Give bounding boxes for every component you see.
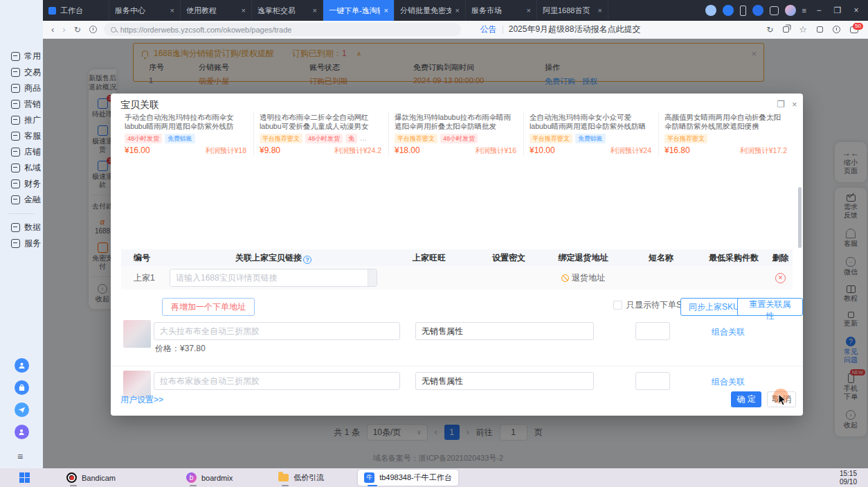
tab-service-market[interactable]: 服务市场× [466, 0, 537, 21]
refresh-icon[interactable]: ↻ [766, 25, 773, 35]
modal-close-icon[interactable]: × [792, 99, 797, 109]
tab-close-icon[interactable]: × [527, 6, 531, 15]
sidebar-item-common[interactable]: 常用 [0, 48, 43, 64]
announcement-label: 公告 [480, 24, 497, 35]
forward-icon[interactable]: › [62, 24, 65, 35]
sidebar-item-service[interactable]: 客服 [0, 128, 43, 144]
product-card[interactable]: 透明拉布布雨伞二折伞全自动网红labubu可爱折叠儿童成人动漫男女 平台推荐密文… [254, 112, 389, 156]
sidebar-item-data[interactable]: 数据 [0, 220, 43, 236]
sidebar-item-marketing[interactable]: 营销 [0, 96, 43, 112]
tab-close-icon[interactable]: × [455, 6, 460, 15]
taskbar-item-qianniu-active[interactable]: 牛 tb498348-千牛工作台 [358, 470, 458, 486]
window-close-button[interactable]: × [850, 6, 862, 15]
user-avatar[interactable] [785, 5, 796, 16]
modal-maximize-icon[interactable]: ❐ [777, 99, 785, 109]
tab-batch-pay[interactable]: 分销批量免密支付× [395, 0, 466, 21]
sku-name-input[interactable] [154, 322, 400, 340]
tab-1688-home[interactable]: 阿里1688首页× [537, 0, 608, 21]
sidebar-item-label: 金融 [24, 194, 41, 206]
tab-tutorial[interactable]: 使用教程× [181, 0, 252, 21]
multi-window-icon[interactable] [783, 26, 789, 33]
sku-qty-input[interactable] [635, 372, 670, 390]
messenger-app-icon[interactable] [15, 402, 29, 417]
start-button[interactable] [19, 472, 30, 483]
tab-service-center[interactable]: 服务中心× [109, 0, 181, 21]
browser-assistant-icon[interactable] [723, 5, 734, 16]
favorite-star-icon[interactable]: ☆ [799, 24, 807, 35]
sidebar-item-fintech[interactable]: 金融 [0, 192, 43, 208]
link-input-suffix[interactable] [368, 269, 377, 286]
taskbar-item-boardmix[interactable]: b boardmix [180, 470, 239, 486]
tab-close-icon[interactable]: × [170, 6, 174, 15]
shop-app-icon[interactable] [15, 380, 29, 395]
notes-icon[interactable] [770, 6, 779, 15]
sidebar-item-finance[interactable]: 财务 [0, 176, 43, 192]
product-card[interactable]: 高颜值男女晴雨两用伞自动折叠太阳伞防晒防紫外线黑胶遮阳便携 平台推荐密文 ¥16… [659, 112, 794, 156]
supplier-link-input[interactable] [170, 269, 368, 286]
assistant-app-icon[interactable] [15, 358, 29, 373]
clock-icon[interactable] [833, 26, 840, 33]
more-menu-icon[interactable]: ≡ [802, 6, 806, 15]
tab-close-icon[interactable]: × [242, 6, 246, 15]
sidebar-item-trade[interactable]: 交易 [0, 64, 43, 80]
product-card[interactable]: 爆款泡泡玛特labubu拉布布雨伞晴雨遮阳伞两用折叠太阳伞防晒批发 平台推荐密文… [389, 112, 524, 156]
confirm-button[interactable]: 确 定 [731, 391, 761, 407]
message-icon[interactable]: 50 [850, 26, 858, 33]
plugin-icon[interactable] [705, 5, 716, 16]
product-title: 全自动泡泡玛特雨伞女小众可爱labubu晴雨两用遮阳伞防紫外线防晒 [530, 113, 651, 131]
taskbar-item-bandicam[interactable]: Bandicam [60, 470, 122, 486]
toolbar-icons: ↻ ☆ 50 [766, 24, 868, 35]
only-pending-checkbox[interactable] [613, 301, 622, 310]
menu-collapse-icon[interactable]: ≡ [17, 451, 23, 462]
sku-attr-input[interactable] [415, 372, 594, 390]
combo-association-link[interactable]: 组合关联 [712, 326, 745, 338]
add-address-button[interactable]: 再增加一个下单地址 [162, 298, 255, 316]
window-restore-button[interactable]: ❐ [831, 6, 844, 15]
sidebar-item-services[interactable]: 服务 [0, 236, 43, 251]
reload-icon[interactable]: ↻ [74, 25, 81, 35]
tab-close-icon[interactable]: × [313, 6, 317, 15]
product-card[interactable]: 全自动泡泡玛特雨伞女小众可爱labubu晴雨两用遮阳伞防紫外线防晒 平台推荐密文… [524, 112, 659, 156]
tab-close-icon[interactable]: × [598, 6, 602, 15]
tag-credit: 免费赊账 [575, 134, 606, 143]
sku-qty-input[interactable] [635, 322, 670, 340]
sku-name-input[interactable] [154, 372, 400, 390]
tab-one-click-order-active[interactable]: 一键下单-逸淘软件× [323, 0, 395, 21]
private-domain-icon [11, 163, 20, 172]
sidebar-item-shop[interactable]: 店铺 [0, 144, 43, 160]
back-icon[interactable]: ‹ [51, 24, 54, 35]
announcement-text[interactable]: 2025年9月超级88活动报名点此提交 [509, 24, 641, 35]
taskbar-label: tb498348-千牛工作台 [379, 472, 452, 483]
sku-attr-input[interactable] [415, 322, 594, 340]
window-minimize-button[interactable]: − [813, 6, 825, 15]
product-price: ¥9.80 [260, 145, 280, 155]
sidebar-item-private[interactable]: 私域 [0, 160, 43, 176]
tab-close-icon[interactable]: × [384, 6, 388, 15]
account-app-icon[interactable] [15, 425, 29, 439]
clock-date: 09/10 [840, 478, 857, 486]
trade-icon [11, 68, 20, 77]
address-bar[interactable]: https://orderwebs.yzcsoft.com/okoweb/pag… [104, 23, 461, 36]
product-card[interactable]: 手动全自动泡泡玛特拉布布雨伞女labubu晴雨两用遮阳伞防紫外线防 48小时发货… [119, 112, 254, 156]
delete-row-icon[interactable]: ✕ [775, 273, 786, 283]
taskbar-clock[interactable]: 15:15 09/10 [840, 470, 857, 486]
header-index: 编号 [121, 252, 163, 264]
return-address-link[interactable]: 退货地址 [561, 272, 605, 284]
tab-workbench[interactable]: 工作台 [43, 0, 109, 21]
tab-label: 工作台 [60, 6, 103, 16]
announcement[interactable]: 公告 2025年9月超级88活动报名点此提交 [480, 24, 641, 35]
sidebar-item-label: 客服 [24, 130, 41, 142]
sidebar-item-promotion[interactable]: 推广 [0, 112, 43, 128]
reset-association-button[interactable]: 重置关联属性 [737, 298, 803, 316]
help-icon[interactable]: ? [303, 256, 311, 264]
app-center-icon[interactable] [752, 5, 763, 16]
modal-scrollbar-thumb[interactable] [798, 187, 802, 248]
taskbar-item-folder[interactable]: 低价引流 [272, 470, 330, 486]
sidebar-item-goods[interactable]: 商品 [0, 80, 43, 96]
history-icon[interactable] [89, 26, 97, 33]
page-icon[interactable] [817, 26, 823, 33]
tab-yzg-trade[interactable]: 逸掌柜交易× [252, 0, 323, 21]
user-settings-link[interactable]: 用户设置>> [120, 394, 163, 406]
phone-mirror-icon[interactable] [740, 6, 746, 16]
combo-association-link[interactable]: 组合关联 [712, 376, 745, 388]
